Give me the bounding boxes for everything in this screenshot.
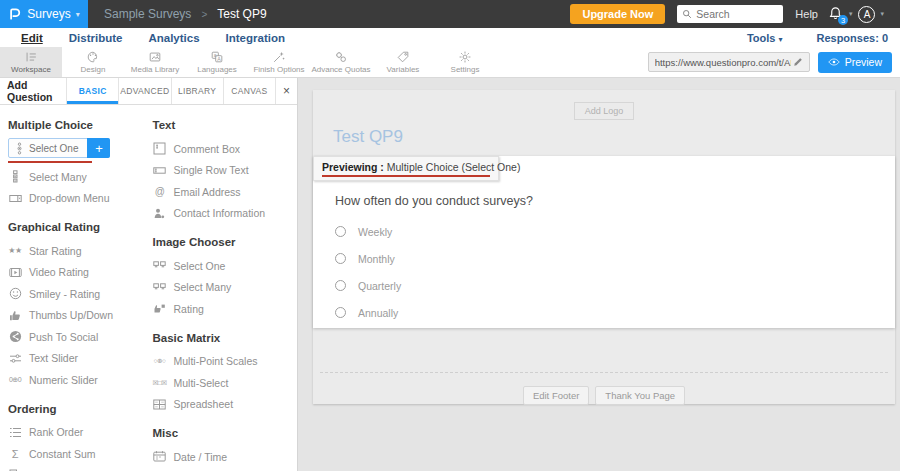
question-type-graphical-rating-text-slider[interactable]: Text Slider [8, 348, 153, 370]
question-type-misc-date-time[interactable]: Date / Time [153, 446, 298, 468]
question-type-graphical-rating-thumbs-up-down[interactable]: Thumbs Up/Down [8, 305, 153, 327]
tab-canvas[interactable]: CANVAS [223, 78, 275, 104]
question-type-basic-matrix-spreadsheet[interactable]: Spreadsheet [153, 394, 298, 416]
close-icon[interactable]: × [275, 78, 297, 104]
question-type-label: Comment Box [174, 143, 241, 155]
add-logo-button[interactable]: Add Logo [574, 102, 635, 120]
menu-analytics[interactable]: Analytics [135, 32, 212, 44]
question-type-misc-captcha[interactable]: vxCaptcha [153, 468, 298, 471]
smiley-icon [8, 287, 22, 300]
toolbar-languages[interactable]: aALanguages [186, 47, 248, 77]
media-library-icon [148, 50, 162, 64]
toolbar-design[interactable]: Design [62, 47, 124, 77]
thank-you-page-button[interactable]: Thank You Page [595, 386, 685, 405]
question-type-basic-matrix-multi-select[interactable]: ☒□☒Multi-Select [153, 372, 298, 394]
tab-library[interactable]: LIBRARY [171, 78, 223, 104]
question-type-text-email-address[interactable]: @Email Address [153, 181, 298, 203]
toolbar-workspace[interactable]: Workspace [0, 47, 62, 77]
question-type-graphical-rating-smiley-rating[interactable]: Smiley - Rating [8, 283, 153, 305]
toolbar-label: Finish Options [253, 65, 304, 74]
question-type-ordering-drag-and-drop[interactable]: Drag and Drop [8, 465, 153, 471]
question-type-multiple-choice-drop-down-menu[interactable]: Drop-down Menu [8, 188, 153, 210]
question-type-multiple-choice-select-many[interactable]: Select Many [8, 166, 153, 188]
radio-button[interactable] [335, 253, 346, 264]
question-type-ordering-rank-order[interactable]: Rank Order [8, 422, 153, 444]
active-underline [8, 161, 92, 164]
responses-count[interactable]: Responses: 0 [816, 32, 888, 44]
settings-icon [458, 50, 472, 64]
multi-select-icon: ☒□☒ [153, 379, 167, 387]
contact-icon [153, 207, 167, 220]
toolbar-advance-quotas[interactable]: Advance Quotas [310, 47, 372, 77]
section-ordering: OrderingRank OrderΣConstant SumDrag and … [8, 403, 153, 471]
rating-image-icon [153, 302, 167, 315]
question-type-label: Single Row Text [174, 164, 249, 176]
section-text: TextComment BoxSingle Row Text@Email Add… [153, 119, 298, 224]
menu-edit[interactable]: Edit [8, 32, 56, 44]
chevron-down-icon[interactable]: ▾ [849, 10, 853, 18]
question-type-text-single-row-text[interactable]: Single Row Text [153, 160, 298, 182]
section-title: Basic Matrix [153, 332, 298, 344]
radio-button[interactable] [335, 307, 346, 318]
main-area: Add Logo Test QP9 Previewing : Multiple … [298, 78, 900, 471]
toolbar-label: Languages [197, 65, 237, 74]
upgrade-now-button[interactable]: Upgrade Now [570, 4, 665, 24]
question-type-graphical-rating-video-rating[interactable]: Video Rating [8, 262, 153, 284]
multi-point-icon: ○⊕○ [153, 357, 167, 365]
star-rating-icon: ★★ [8, 246, 22, 255]
question-type-graphical-rating-star-rating[interactable]: ★★Star Rating [8, 240, 153, 262]
toolbar-settings[interactable]: Settings [434, 47, 496, 77]
question-type-text-contact-information[interactable]: Contact Information [153, 203, 298, 225]
preview-button[interactable]: Preview [818, 52, 892, 73]
question-type-image-chooser-select-many[interactable]: Select Many [153, 277, 298, 299]
edit-footer-button[interactable]: Edit Footer [523, 386, 589, 405]
question-type-label: Rating [174, 303, 204, 315]
toolbar-media-library[interactable]: Media Library [124, 47, 186, 77]
survey-url-box [648, 52, 810, 72]
question-type-label: Date / Time [174, 451, 228, 463]
radio-button[interactable] [335, 226, 346, 237]
question-type-text-comment-box[interactable]: Comment Box [153, 138, 298, 160]
menu-integration[interactable]: Integration [213, 32, 298, 44]
question-type-image-chooser-rating[interactable]: Rating [153, 298, 298, 320]
search-box[interactable] [677, 5, 783, 23]
workspace-icon [24, 50, 38, 64]
section-multiple-choice: Multiple ChoiceSelect One+Select ManyDro… [8, 119, 153, 209]
search-input[interactable] [696, 8, 776, 20]
surveys-menu[interactable]: Surveys ▾ [0, 0, 88, 28]
question-options: WeeklyMonthlyQuarterlyAnnually [335, 218, 895, 326]
tab-advanced[interactable]: ADVANCED [118, 78, 170, 104]
tools-menu[interactable]: Tools ▾ [747, 32, 783, 44]
breadcrumb-parent[interactable]: Sample Surveys [104, 7, 191, 21]
help-link[interactable]: Help [795, 8, 818, 20]
radio-button[interactable] [335, 280, 346, 291]
toolbar-finish-options[interactable]: Finish Options [248, 47, 310, 77]
add-question-plus-button[interactable]: + [87, 138, 110, 158]
edit-pencil-icon[interactable] [791, 57, 805, 67]
question-type-image-chooser-select-one[interactable]: Select One [153, 255, 298, 277]
section-title: Graphical Rating [8, 221, 153, 233]
panel-tabs-row: Add Question BASICADVANCEDLIBRARYCANVAS … [0, 78, 297, 105]
dropdown-icon [8, 192, 22, 205]
survey-url-input[interactable] [655, 57, 791, 68]
question-type-ordering-constant-sum[interactable]: ΣConstant Sum [8, 443, 153, 465]
tools-label: Tools [747, 32, 776, 44]
menu-distribute[interactable]: Distribute [56, 32, 136, 44]
question-type-basic-matrix-multi-point-scales[interactable]: ○⊕○Multi-Point Scales [153, 351, 298, 373]
toolbar-variables[interactable]: Variables [372, 47, 434, 77]
question-type-graphical-rating-push-to-social[interactable]: Push To Social [8, 326, 153, 348]
design-icon [86, 50, 100, 64]
option-label: Weekly [358, 226, 392, 238]
tab-basic[interactable]: BASIC [66, 78, 118, 104]
finish-options-icon [272, 50, 286, 64]
eye-icon [828, 58, 840, 66]
question-type-label: Drop-down Menu [29, 192, 110, 204]
avatar[interactable]: A [858, 6, 875, 23]
option-annually: Annually [335, 299, 895, 326]
chevron-down-icon[interactable]: ▾ [880, 10, 884, 18]
section-title: Image Chooser [153, 236, 298, 248]
notifications-bell-icon[interactable]: 3 [828, 6, 844, 22]
question-type-multiple-choice-select-one[interactable]: Select One+ [8, 138, 110, 158]
question-type-graphical-rating-numeric-slider[interactable]: 0⊕0Numeric Slider [8, 369, 153, 391]
topbar: Surveys ▾ Sample Surveys > Test QP9 Upgr… [0, 0, 900, 28]
